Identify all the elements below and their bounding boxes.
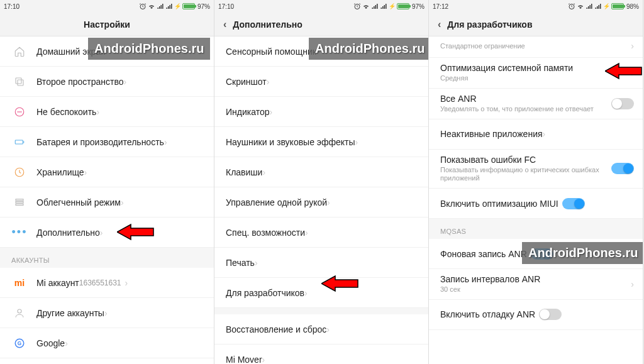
status-time: 17:10 (4, 3, 19, 10)
row-dnd[interactable]: Не беспокоить › (0, 97, 214, 127)
back-button[interactable]: ‹ (438, 19, 441, 30)
row-miui-optimization[interactable]: Включить оптимизацию MIUI (429, 189, 643, 219)
row-mi-mover[interactable]: Mi Mover› (214, 345, 428, 364)
row-label: Облегченный режим (36, 197, 121, 207)
row-backup-reset[interactable]: Восстановление и сброс› (214, 314, 428, 345)
row-headphones-sound[interactable]: Наушники и звуковые эффекты› (214, 127, 428, 157)
chevron-right-icon: › (631, 68, 634, 78)
header: Настройки (0, 13, 214, 36)
section-gap (214, 308, 428, 314)
row-storage[interactable]: Хранилище › (0, 157, 214, 187)
row-accessibility[interactable]: Спец. возможности› (214, 218, 428, 248)
copy-icon (11, 76, 28, 87)
row-keys[interactable]: Клавиши› (214, 157, 428, 187)
svg-rect-6 (16, 199, 23, 200)
row-standard-limit[interactable]: Стандартное ограничение › (429, 36, 643, 58)
additional-list: Сенсорный помощник› Скриншот› Индикатор›… (214, 36, 428, 364)
home-icon (11, 46, 28, 57)
chevron-right-icon: › (84, 167, 87, 177)
stack-icon (11, 197, 28, 208)
chevron-right-icon: › (304, 288, 308, 298)
row-indicator[interactable]: Индикатор› (214, 97, 428, 127)
svg-text:G: G (18, 341, 21, 346)
toggle-all-anr[interactable] (611, 98, 634, 109)
toggle-fc-errors[interactable] (611, 163, 634, 174)
row-anr-interval[interactable]: Запись интервалов ANR 30 сек › (429, 269, 643, 300)
signal-icon (157, 3, 164, 10)
svg-rect-1 (16, 78, 21, 84)
page-title: Настройки (84, 19, 130, 30)
battery-icon (611, 3, 624, 9)
row-label: Батарея и производительность (36, 137, 164, 147)
chevron-right-icon: › (631, 279, 634, 289)
phone-settings: 17:10 ⚡ 97% Настройки Домашний экран › В… (0, 0, 214, 364)
signal-icon-2 (165, 3, 173, 10)
row-inactive-apps[interactable]: Неактивные приложения › (429, 119, 643, 150)
row-label: Домашний экран (36, 47, 106, 57)
wifi-icon (362, 3, 370, 10)
chevron-right-icon: › (104, 308, 108, 318)
svg-point-9 (18, 309, 21, 313)
row-mi-account[interactable]: mi Mi аккаунт 1636551631 › (0, 268, 214, 298)
chevron-right-icon: › (125, 278, 128, 288)
page-title: Для разработчиков (447, 19, 532, 30)
toggle-bg-anr[interactable] (531, 248, 553, 260)
section-mqsas: MQSAS (429, 219, 643, 239)
wifi-icon (148, 3, 155, 10)
row-additional[interactable]: ••• Дополнительно › (0, 218, 214, 248)
clock-icon (11, 167, 28, 178)
status-indicators: ⚡ 97% (139, 3, 210, 10)
header: ‹ Для разработчиков (429, 13, 643, 36)
row-print[interactable]: Печать› (214, 248, 428, 278)
phone-additional: 17:10 ⚡ 97% ‹ Дополнительно Сенсорный по… (214, 0, 429, 364)
row-battery-perf[interactable]: Батарея и производительность › (0, 127, 214, 157)
back-button[interactable]: ‹ (223, 19, 226, 30)
status-bar: 17:12 ⚡ 98% (429, 0, 643, 13)
chevron-right-icon: › (100, 228, 103, 238)
settings-list: Домашний экран › Второе пространство › Н… (0, 36, 214, 364)
chevron-right-icon: › (262, 355, 265, 365)
row-memory-optimization[interactable]: Оптимизация системной памяти Средняя › (429, 58, 643, 89)
row-screenshot[interactable]: Скриншот› (214, 67, 428, 97)
row-touch-assistant[interactable]: Сенсорный помощник› (214, 36, 428, 67)
battery-percent: 97% (197, 3, 210, 10)
row-other-accounts[interactable]: Другие аккаунты › (0, 298, 214, 328)
row-label: Другие аккаунты (36, 308, 104, 318)
developer-list: Стандартное ограничение › Оптимизация си… (429, 36, 643, 364)
chevron-right-icon: › (106, 47, 109, 57)
row-second-space[interactable]: Второе пространство › (0, 67, 214, 97)
row-anr-debug[interactable]: Включить отладку ANR (429, 300, 643, 330)
row-label: Дополнительно (36, 228, 100, 238)
alarm-icon (353, 3, 361, 10)
chevron-right-icon: › (355, 137, 358, 147)
status-bar: 17:10 ⚡ 97% (214, 0, 428, 13)
row-all-anr[interactable]: Все ANR Уведомлять о том, что приложение… (429, 89, 643, 119)
chevron-right-icon: › (316, 47, 319, 57)
dots-icon: ••• (11, 226, 28, 239)
row-background-anr[interactable]: Фоновая запись ANR (429, 239, 643, 269)
row-developer-options[interactable]: Для разработчиков› (214, 278, 428, 308)
section-accounts: АККАУНТЫ (0, 248, 214, 268)
row-google[interactable]: G Google › (0, 328, 214, 358)
chevron-right-icon: › (164, 137, 167, 147)
alarm-icon (568, 3, 575, 10)
toggle-anr-debug[interactable] (539, 309, 562, 320)
chevron-right-icon: › (121, 197, 124, 207)
svg-rect-4 (15, 140, 23, 144)
row-label: Хранилище (36, 167, 84, 177)
chevron-right-icon: › (267, 77, 270, 87)
row-show-fc-errors[interactable]: Показывать ошибки FC Показывать информац… (429, 150, 643, 189)
signal-icon (371, 3, 379, 10)
row-one-handed[interactable]: Управление одной рукой› (214, 187, 428, 218)
row-home-screen[interactable]: Домашний экран › (0, 36, 214, 67)
mi-icon: mi (11, 278, 28, 288)
row-label: Mi аккаунт (36, 278, 79, 288)
row-value: 1636551631 (79, 279, 121, 287)
toggle-miui-opt[interactable] (562, 198, 585, 209)
chevron-right-icon: › (96, 107, 99, 117)
battery-row-icon (11, 136, 28, 148)
chevron-right-icon: › (255, 258, 258, 268)
row-lite-mode[interactable]: Облегченный режим › (0, 187, 214, 218)
row-label: Второе пространство (36, 77, 124, 87)
battery-icon (397, 3, 409, 9)
